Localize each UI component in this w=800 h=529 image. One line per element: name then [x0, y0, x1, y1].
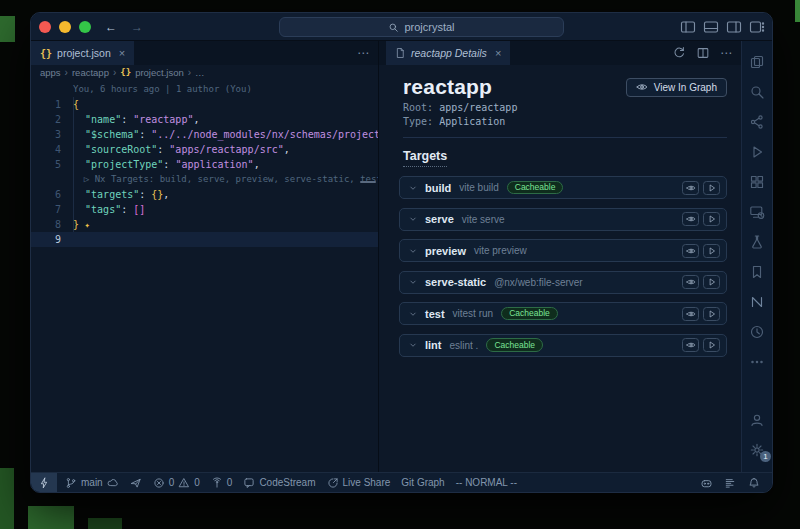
zoom-window-button[interactable]	[79, 21, 91, 33]
run-target-play-button[interactable]	[703, 338, 720, 352]
target-row[interactable]: lint eslint . Cacheable	[399, 334, 727, 357]
run-target-play-button[interactable]	[703, 212, 720, 226]
error-count: 0	[169, 477, 175, 488]
remote-indicator[interactable]	[31, 473, 57, 493]
chevron-down-icon[interactable]	[408, 340, 418, 350]
chevron-down-icon[interactable]	[408, 214, 418, 224]
cloud-sync-icon	[107, 477, 119, 489]
vim-mode-status[interactable]: -- NORMAL --	[456, 477, 517, 488]
line-number	[31, 82, 61, 97]
wallpaper-blob	[88, 518, 122, 529]
warning-icon	[178, 477, 190, 489]
extensions-icon[interactable]	[749, 174, 765, 190]
customize-layout-icon[interactable]	[749, 19, 765, 35]
codetime-icon[interactable]	[749, 324, 765, 340]
view-target-eye-button[interactable]	[682, 275, 699, 289]
breadcrumb-item[interactable]: …	[195, 67, 205, 78]
chevron-down-icon[interactable]	[408, 246, 418, 256]
target-command: eslint .	[450, 340, 479, 351]
run-target-play-button[interactable]	[703, 244, 720, 258]
breadcrumb-item[interactable]: project.json	[135, 67, 184, 78]
explorer-icon[interactable]	[749, 54, 765, 70]
view-in-graph-button[interactable]: View In Graph	[626, 78, 727, 97]
paper-plane-icon	[130, 477, 142, 489]
target-row[interactable]: preview vite preview	[399, 239, 727, 262]
divider	[403, 137, 727, 138]
toggle-primary-sidebar-icon[interactable]	[680, 19, 696, 35]
tab-reactapp-details[interactable]: reactapp Details ×	[386, 41, 510, 65]
run-debug-icon[interactable]	[749, 144, 765, 160]
bookmarks-icon[interactable]	[749, 264, 765, 280]
code-line: 9	[31, 232, 378, 247]
test-beaker-icon[interactable]	[749, 234, 765, 250]
tab-project-json[interactable]: {} project.json ×	[31, 41, 134, 65]
chevron-down-icon[interactable]	[408, 277, 418, 287]
lightning-icon	[38, 477, 50, 489]
breadcrumb-item[interactable]: reactapp	[72, 67, 109, 78]
breadcrumb-separator: ›	[113, 67, 116, 78]
command-center-search[interactable]: projcrystal	[279, 17, 564, 37]
target-row[interactable]: test vitest run Cacheable	[399, 302, 727, 325]
code-line: 1{	[31, 97, 378, 112]
json-file-icon: {}	[120, 67, 131, 77]
breadcrumb-separator: ›	[188, 67, 191, 78]
gitgraph-status[interactable]: Git Graph	[401, 477, 444, 488]
account-icon[interactable]	[749, 412, 765, 428]
split-editor-icon[interactable]	[696, 46, 710, 60]
liveshare-status[interactable]: Live Share	[327, 477, 391, 489]
tab-label: project.json	[57, 47, 111, 59]
refresh-icon[interactable]	[672, 46, 686, 60]
navigate-forward-button[interactable]: →	[131, 20, 143, 34]
toggle-secondary-sidebar-icon[interactable]	[726, 19, 742, 35]
close-window-button[interactable]	[39, 21, 51, 33]
settings-gear-icon[interactable]: 1	[749, 442, 765, 458]
cacheable-badge: Cacheable	[501, 307, 558, 321]
prettier-icon[interactable]	[724, 477, 736, 489]
code-editor[interactable]: You, 6 hours ago | 1 author (You)1{2 "na…	[31, 79, 378, 472]
view-target-eye-button[interactable]	[682, 212, 699, 226]
close-tab-icon[interactable]: ×	[119, 47, 125, 59]
run-target-play-button[interactable]	[703, 275, 720, 289]
copilot-icon[interactable]	[700, 477, 712, 489]
search-icon[interactable]	[749, 84, 765, 100]
notifications-bell-icon[interactable]	[748, 477, 760, 489]
share-graph-icon[interactable]	[749, 114, 765, 130]
nx-targets-codelens[interactable]: ▷ Nx Targets: build, serve, preview, ser…	[31, 172, 378, 187]
ports-status[interactable]: 0	[211, 477, 233, 489]
code-line: 5 "projectType": "application",	[31, 157, 378, 172]
navigate-back-button[interactable]: ←	[105, 20, 117, 34]
line-number: 6	[31, 187, 61, 202]
toggle-panel-icon[interactable]	[703, 19, 719, 35]
more-actions-icon[interactable]: ⋯	[357, 46, 370, 60]
target-row[interactable]: serve vite serve	[399, 208, 727, 231]
target-name: build	[425, 182, 451, 194]
view-target-eye-button[interactable]	[682, 307, 699, 321]
target-row[interactable]: build vite build Cacheable	[399, 176, 727, 199]
radio-tower-icon	[211, 477, 223, 489]
scrollbar-decoration[interactable]	[360, 181, 376, 183]
close-tab-icon[interactable]: ×	[495, 47, 501, 59]
code-line: 3 "$schema": "../../node_modules/nx/sche…	[31, 127, 378, 142]
wallpaper-blob	[0, 468, 14, 529]
nx-project-details-panel: reactapp View In Graph Root: apps/reacta…	[379, 65, 741, 472]
minimize-window-button[interactable]	[59, 21, 71, 33]
remote-explorer-icon[interactable]	[749, 204, 765, 220]
target-row[interactable]: serve-static @nx/web:file-server	[399, 271, 727, 294]
chevron-down-icon[interactable]	[408, 183, 418, 193]
breadcrumb-item[interactable]: apps	[40, 67, 61, 78]
nx-console-icon[interactable]	[749, 294, 765, 310]
more-icon[interactable]	[749, 354, 765, 370]
run-target-play-button[interactable]	[703, 181, 720, 195]
run-target-play-button[interactable]	[703, 307, 720, 321]
more-actions-icon[interactable]: ⋯	[720, 46, 733, 60]
view-target-eye-button[interactable]	[682, 181, 699, 195]
chevron-down-icon[interactable]	[408, 309, 418, 319]
git-branch-status[interactable]: main	[65, 477, 119, 489]
codestream-status[interactable]: CodeStream	[243, 477, 315, 489]
view-target-eye-button[interactable]	[682, 338, 699, 352]
publish-status[interactable]	[130, 477, 142, 489]
type-label: Type:	[403, 116, 433, 127]
problems-status[interactable]: 0 0	[153, 477, 200, 489]
view-target-eye-button[interactable]	[682, 244, 699, 258]
breadcrumb[interactable]: apps›reactapp›{}project.json›…	[31, 65, 378, 79]
